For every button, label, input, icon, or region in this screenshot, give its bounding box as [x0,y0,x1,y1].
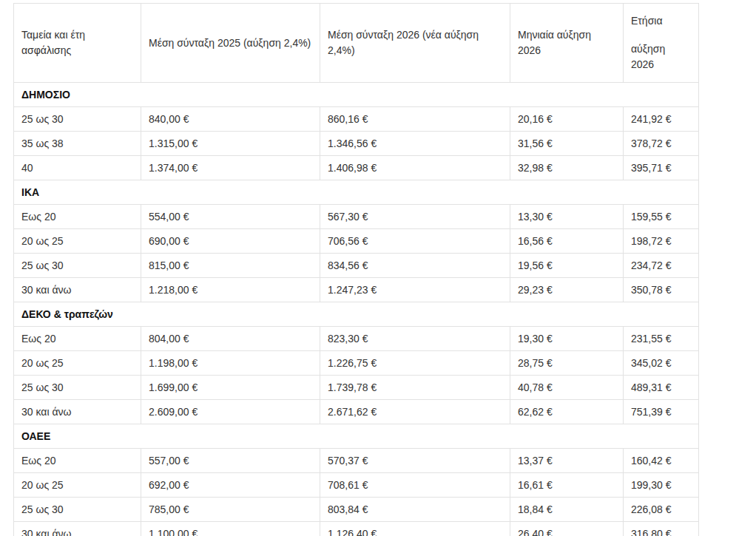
pension-2025-cell: 557,00 € [141,449,320,473]
pension-2026-cell: 1.739,78 € [320,376,510,400]
monthly-increase-cell: 13,30 € [510,205,624,229]
years-cell: 40 [14,156,141,180]
pension-2025-cell: 840,00 € [141,107,320,132]
pension-2026-cell: 1.346,56 € [320,132,510,156]
header-annual-line1: Ετήσια [631,13,691,29]
annual-increase-cell: 350,78 € [624,278,699,302]
pension-2025-cell: 785,00 € [141,498,320,522]
pension-2026-cell: 860,16 € [320,107,510,132]
header-funds-years: Ταμεία και έτη ασφάλισης [14,4,141,83]
pension-2026-cell: 708,61 € [320,473,510,498]
monthly-increase-cell: 28,75 € [510,351,624,376]
annual-increase-cell: 345,02 € [624,351,699,376]
pension-table-container: Ταμεία και έτη ασφάλισης Μέση σύνταξη 20… [13,3,699,536]
years-cell: 20 ως 25 [14,473,141,498]
annual-increase-cell: 198,72 € [624,229,699,254]
monthly-increase-cell: 16,56 € [510,229,624,254]
pension-2025-cell: 815,00 € [141,254,320,278]
years-cell: 20 ως 25 [14,351,141,376]
annual-increase-cell: 751,39 € [624,400,699,424]
pension-2026-cell: 823,30 € [320,327,510,351]
pension-2026-cell: 834,56 € [320,254,510,278]
monthly-increase-cell: 40,78 € [510,376,624,400]
table-header: Ταμεία και έτη ασφάλισης Μέση σύνταξη 20… [14,4,699,83]
table-row: 20 ως 25690,00 €706,56 €16,56 €198,72 € [14,229,699,254]
monthly-increase-cell: 32,98 € [510,156,624,180]
pension-2026-cell: 1.226,75 € [320,351,510,376]
years-cell: 25 ως 30 [14,107,141,132]
header-monthly-increase-2026: Μηνιαία αύξηση 2026 [510,4,624,83]
years-cell: 30 και άνω [14,278,141,302]
annual-increase-cell: 316,80 € [624,522,699,536]
years-cell: 25 ως 30 [14,376,141,400]
monthly-increase-cell: 62,62 € [510,400,624,424]
pension-2026-cell: 1.406,98 € [320,156,510,180]
table-row: 20 ως 25692,00 €708,61 €16,61 €199,30 € [14,473,699,498]
header-row: Ταμεία και έτη ασφάλισης Μέση σύνταξη 20… [14,4,699,83]
monthly-increase-cell: 26,40 € [510,522,624,536]
pension-2025-cell: 1.315,00 € [141,132,320,156]
annual-increase-cell: 395,71 € [624,156,699,180]
pension-2025-cell: 692,00 € [141,473,320,498]
header-avg-pension-2026: Μέση σύνταξη 2026 (νέα αύξηση 2,4%) [320,4,510,83]
section-title-cell: ΔΕΚΟ & τραπεζών [14,302,699,327]
table-row: 25 ως 30785,00 €803,84 €18,84 €226,08 € [14,498,699,522]
annual-increase-cell: 226,08 € [624,498,699,522]
header-avg-pension-2025: Μέση σύνταξη 2025 (αύξηση 2,4%) [141,4,320,83]
table-row: Εως 20554,00 €567,30 €13,30 €159,55 € [14,205,699,229]
years-cell: 25 ως 30 [14,254,141,278]
pension-2026-cell: 1.247,23 € [320,278,510,302]
table-row: 401.374,00 €1.406,98 €32,98 €395,71 € [14,156,699,180]
pension-2025-cell: 690,00 € [141,229,320,254]
years-cell: 25 ως 30 [14,498,141,522]
years-cell: Εως 20 [14,449,141,473]
table-row: 20 ως 251.198,00 €1.226,75 €28,75 €345,0… [14,351,699,376]
table-row: 25 ως 301.699,00 €1.739,78 €40,78 €489,3… [14,376,699,400]
monthly-increase-cell: 13,37 € [510,449,624,473]
monthly-increase-cell: 18,84 € [510,498,624,522]
table-row: 30 και άνω1.100,00 €1.126,40 €26,40 €316… [14,522,699,536]
annual-increase-cell: 489,31 € [624,376,699,400]
years-cell: 30 και άνω [14,522,141,536]
table-row: Εως 20557,00 €570,37 €13,37 €160,42 € [14,449,699,473]
annual-increase-cell: 199,30 € [624,473,699,498]
years-cell: Εως 20 [14,205,141,229]
pension-2025-cell: 1.699,00 € [141,376,320,400]
table-row: 25 ως 30815,00 €834,56 €19,56 €234,72 € [14,254,699,278]
section-title-cell: ΔΗΜΟΣΙΟ [14,83,699,107]
pension-2025-cell: 804,00 € [141,327,320,351]
annual-increase-cell: 241,92 € [624,107,699,132]
pension-2026-cell: 570,37 € [320,449,510,473]
monthly-increase-cell: 20,16 € [510,107,624,132]
section-title-cell: ΙΚΑ [14,180,699,205]
years-cell: 35 ως 38 [14,132,141,156]
section-row: ΔΕΚΟ & τραπεζών [14,302,699,327]
annual-increase-cell: 378,72 € [624,132,699,156]
years-cell: Εως 20 [14,327,141,351]
section-row: ΙΚΑ [14,180,699,205]
pension-2026-cell: 1.126,40 € [320,522,510,536]
table-row: 30 και άνω2.609,00 €2.671,62 €62,62 €751… [14,400,699,424]
pension-2026-cell: 803,84 € [320,498,510,522]
pension-2025-cell: 1.374,00 € [141,156,320,180]
pension-table: Ταμεία και έτη ασφάλισης Μέση σύνταξη 20… [13,3,699,536]
pension-2025-cell: 2.609,00 € [141,400,320,424]
header-annual-increase-2026: Ετήσια αύξηση 2026 [624,4,699,83]
annual-increase-cell: 231,55 € [624,327,699,351]
monthly-increase-cell: 16,61 € [510,473,624,498]
table-row: 35 ως 381.315,00 €1.346,56 €31,56 €378,7… [14,132,699,156]
years-cell: 30 και άνω [14,400,141,424]
years-cell: 20 ως 25 [14,229,141,254]
monthly-increase-cell: 31,56 € [510,132,624,156]
annual-increase-cell: 160,42 € [624,449,699,473]
section-row: ΔΗΜΟΣΙΟ [14,83,699,107]
annual-increase-cell: 159,55 € [624,205,699,229]
table-row: Εως 20804,00 €823,30 €19,30 €231,55 € [14,327,699,351]
table-row: 30 και άνω1.218,00 €1.247,23 €29,23 €350… [14,278,699,302]
pension-2025-cell: 554,00 € [141,205,320,229]
section-row: ΟΑΕΕ [14,424,699,449]
table-body: ΔΗΜΟΣΙΟ25 ως 30840,00 €860,16 €20,16 €24… [14,83,699,536]
monthly-increase-cell: 19,56 € [510,254,624,278]
header-annual-line2: αύξηση 2026 [631,41,691,72]
pension-2025-cell: 1.100,00 € [141,522,320,536]
